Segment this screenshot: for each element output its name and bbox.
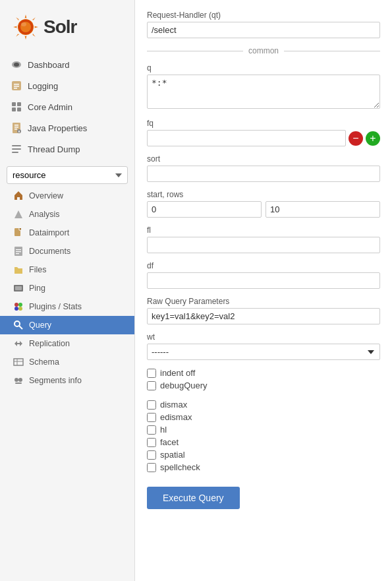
query-icon bbox=[13, 320, 24, 330]
core-nav: Overview Analysis Dataimport bbox=[0, 187, 134, 390]
query-label: Query bbox=[29, 321, 51, 330]
core-admin-icon bbox=[11, 101, 22, 113]
core-nav-plugins-stats[interactable]: Plugins / Stats bbox=[0, 297, 134, 316]
svg-point-35 bbox=[18, 307, 22, 311]
sort-input[interactable] bbox=[147, 166, 380, 182]
debug-query-label: debugQuery bbox=[160, 381, 208, 390]
checkboxes-top: indent off debugQuery bbox=[147, 368, 380, 390]
facet-item: facet bbox=[147, 437, 380, 447]
svg-point-41 bbox=[14, 378, 18, 382]
spatial-checkbox[interactable] bbox=[147, 450, 156, 460]
core-nav-query[interactable]: Query bbox=[0, 316, 134, 334]
svg-point-36 bbox=[14, 321, 20, 326]
request-handler-label: Request-Handler (qt) bbox=[147, 11, 380, 20]
edismax-label: edismax bbox=[160, 412, 192, 422]
svg-point-42 bbox=[18, 378, 22, 382]
svg-rect-21 bbox=[12, 145, 21, 146]
spatial-label: spatial bbox=[160, 450, 185, 460]
fl-input[interactable] bbox=[147, 237, 380, 253]
spellcheck-checkbox[interactable] bbox=[147, 463, 156, 472]
sidebar-item-core-admin[interactable]: Core Admin bbox=[0, 96, 134, 117]
main-nav: Dashboard Logging Core Admin bbox=[0, 54, 134, 160]
debug-query-checkbox[interactable] bbox=[147, 381, 156, 390]
start-input[interactable] bbox=[147, 201, 262, 218]
analysis-icon bbox=[13, 209, 24, 220]
logging-icon bbox=[11, 80, 22, 92]
wt-select[interactable]: ------ json xml python ruby php csv bbox=[147, 344, 380, 360]
sidebar-item-java-properties[interactable]: Java Properties bbox=[0, 117, 134, 138]
solr-logo: Solr bbox=[11, 12, 76, 42]
start-rows-label: start, rows bbox=[147, 190, 380, 199]
fq-group: fq − + bbox=[147, 119, 380, 146]
files-icon bbox=[13, 264, 24, 275]
ping-icon bbox=[13, 283, 24, 293]
hl-item: hl bbox=[147, 425, 380, 435]
solr-logo-text: Solr bbox=[43, 16, 76, 38]
indent-off-label: indent off bbox=[160, 368, 195, 378]
wt-label: wt bbox=[147, 332, 380, 342]
fl-label: fl bbox=[147, 226, 380, 235]
spellcheck-item: spellcheck bbox=[147, 462, 380, 472]
facet-checkbox[interactable] bbox=[147, 438, 156, 447]
dismax-checkbox[interactable] bbox=[147, 400, 156, 410]
fq-input[interactable] bbox=[147, 130, 346, 146]
core-nav-documents[interactable]: Documents bbox=[0, 242, 134, 260]
dataimport-icon bbox=[13, 228, 24, 238]
edismax-checkbox[interactable] bbox=[147, 413, 156, 422]
core-nav-dataimport[interactable]: Dataimport bbox=[0, 224, 134, 242]
hl-checkbox[interactable] bbox=[147, 425, 156, 435]
fq-label: fq bbox=[147, 119, 380, 128]
core-nav-overview[interactable]: Overview bbox=[0, 187, 134, 205]
main-content: Request-Handler (qt) common q *:* fq − +… bbox=[135, 0, 392, 581]
start-rows-group: start, rows bbox=[147, 190, 380, 218]
df-input[interactable] bbox=[147, 272, 380, 289]
raw-query-input[interactable] bbox=[147, 308, 380, 324]
svg-marker-24 bbox=[14, 210, 22, 218]
hl-label: hl bbox=[160, 425, 167, 435]
svg-rect-27 bbox=[16, 249, 21, 250]
indent-off-checkbox[interactable] bbox=[147, 369, 156, 378]
svg-rect-31 bbox=[15, 286, 22, 290]
svg-rect-18 bbox=[14, 129, 17, 130]
core-select-input[interactable]: resource bbox=[7, 166, 128, 184]
dashboard-icon bbox=[11, 59, 22, 71]
core-dropdown[interactable]: resource bbox=[7, 166, 128, 184]
sort-label: sort bbox=[147, 154, 380, 164]
q-input[interactable]: *:* bbox=[147, 75, 380, 109]
java-properties-label: Java Properties bbox=[28, 123, 87, 133]
core-nav-replication[interactable]: Replication bbox=[0, 334, 134, 353]
checkboxes-bottom: dismax edismax hl facet spatial spellche… bbox=[147, 400, 380, 472]
core-nav-analysis[interactable]: Analysis bbox=[0, 205, 134, 224]
sidebar-item-dashboard[interactable]: Dashboard bbox=[0, 54, 134, 75]
java-properties-icon bbox=[11, 122, 22, 134]
svg-point-32 bbox=[14, 303, 18, 307]
schema-icon bbox=[13, 357, 24, 367]
svg-rect-8 bbox=[14, 84, 19, 85]
request-handler-group: Request-Handler (qt) bbox=[147, 11, 380, 38]
sidebar-item-logging[interactable]: Logging bbox=[0, 75, 134, 96]
execute-query-button[interactable]: Execute Query bbox=[147, 487, 240, 509]
raw-query-label: Raw Query Parameters bbox=[147, 297, 380, 306]
request-handler-input[interactable] bbox=[147, 22, 380, 38]
core-nav-files[interactable]: Files bbox=[0, 260, 134, 279]
common-divider: common bbox=[147, 46, 380, 55]
dataimport-label: Dataimport bbox=[29, 228, 69, 237]
rows-input[interactable] bbox=[266, 201, 380, 218]
q-label: q bbox=[147, 63, 380, 73]
fq-add-button[interactable]: + bbox=[366, 131, 380, 146]
core-nav-segments-info[interactable]: Segments info bbox=[0, 371, 134, 390]
svg-rect-38 bbox=[14, 359, 23, 365]
thread-dump-label: Thread Dump bbox=[28, 144, 80, 154]
core-nav-schema[interactable]: Schema bbox=[0, 353, 134, 371]
fq-remove-button[interactable]: − bbox=[349, 131, 363, 146]
analysis-label: Analysis bbox=[29, 210, 60, 219]
fq-row: − + bbox=[147, 130, 380, 146]
svg-rect-11 bbox=[12, 102, 16, 106]
svg-point-34 bbox=[14, 307, 18, 311]
raw-query-group: Raw Query Parameters bbox=[147, 297, 380, 324]
overview-icon bbox=[13, 191, 24, 201]
sidebar-item-thread-dump[interactable]: Thread Dump bbox=[0, 138, 134, 160]
core-nav-ping[interactable]: Ping bbox=[0, 279, 134, 297]
svg-rect-16 bbox=[14, 125, 18, 126]
dismax-item: dismax bbox=[147, 400, 380, 410]
